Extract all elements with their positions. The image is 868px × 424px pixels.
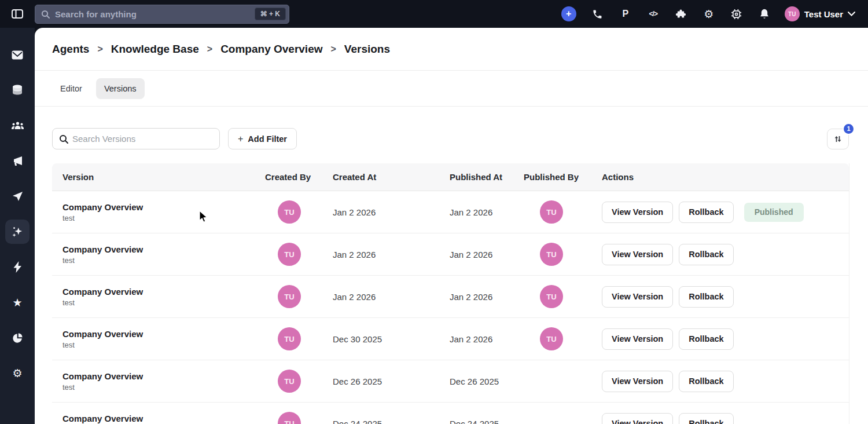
view-version-button[interactable]: View Version	[602, 413, 673, 424]
published-badge: Published	[744, 203, 804, 222]
published-by-cell: TU	[524, 285, 602, 308]
created-by-cell: TU	[265, 327, 333, 350]
breadcrumb-separator: >	[330, 44, 336, 54]
version-title: Company Overview	[62, 371, 265, 381]
global-search[interactable]: ⌘ + K	[35, 5, 289, 24]
version-subtitle: test	[62, 298, 265, 307]
search-icon	[59, 134, 69, 144]
sort-arrows-icon	[833, 134, 843, 144]
published-by-cell: TU	[524, 243, 602, 266]
tab-versions[interactable]: Versions	[96, 78, 145, 99]
sidebar-item-outbound[interactable]	[5, 184, 30, 209]
rollback-button[interactable]: Rollback	[679, 202, 733, 223]
versions-search[interactable]	[52, 128, 220, 149]
system-button[interactable]	[730, 8, 743, 20]
breadcrumb-company-overview[interactable]: Company Overview	[220, 43, 322, 56]
view-version-button[interactable]: View Version	[602, 328, 673, 350]
published-by-cell: TU	[524, 327, 602, 350]
lightning-icon	[13, 261, 22, 273]
bell-icon	[759, 9, 770, 20]
user-menu[interactable]: TU Test User	[785, 6, 855, 21]
table-row: Company Overview test TU Dec 24 2025 Dec…	[52, 403, 849, 424]
published-at-cell: Dec 26 2025	[450, 377, 524, 386]
chevron-down-icon	[848, 12, 855, 16]
version-title: Company Overview	[62, 244, 265, 254]
developer-button[interactable]: </>	[647, 8, 660, 20]
version-subtitle: test	[62, 383, 265, 392]
global-search-input[interactable]	[55, 9, 284, 19]
breadcrumb-agents[interactable]: Agents	[52, 43, 89, 56]
add-filter-button[interactable]: + Add Filter	[228, 128, 297, 149]
user-name: Test User	[804, 9, 843, 19]
version-cell: Company Overview test	[52, 244, 265, 265]
sidebar-item-team[interactable]	[5, 114, 30, 138]
sidebar-item-favorites[interactable]: ★	[5, 290, 30, 315]
published-at-cell: Jan 2 2026	[450, 292, 524, 302]
gear-icon: ⚙	[12, 368, 22, 379]
gear-icon: ⚙	[704, 8, 713, 21]
created-at-cell: Jan 2 2026	[333, 207, 450, 217]
sidebar-item-inbox[interactable]	[5, 43, 30, 67]
view-version-button[interactable]: View Version	[602, 244, 673, 265]
rollback-button[interactable]: Rollback	[679, 371, 733, 392]
rollback-button[interactable]: Rollback	[679, 286, 733, 308]
table-row: Company Overview test TU Jan 2 2026 Jan …	[52, 276, 849, 318]
column-header-published-by: Published By	[524, 172, 602, 182]
actions-cell: View Version Rollback Published	[602, 202, 849, 223]
version-cell: Company Overview test	[52, 287, 265, 307]
notifications-button[interactable]	[758, 8, 771, 20]
sidebar-item-automations[interactable]	[5, 255, 30, 279]
plus-sparkle-icon: +	[566, 9, 571, 19]
created-at-cell: Dec 26 2025	[333, 377, 450, 386]
column-header-created-by: Created By	[265, 172, 333, 182]
actions-cell: View Version Rollback	[602, 244, 849, 265]
rollback-button[interactable]: Rollback	[679, 413, 733, 424]
column-header-actions: Actions	[602, 172, 849, 182]
version-cell: Company Overview test	[52, 202, 265, 222]
actions-cell: View Version Rollback	[602, 286, 849, 308]
rollback-button[interactable]: Rollback	[679, 328, 733, 350]
table-body: Company Overview test TU Jan 2 2026 Jan …	[52, 191, 849, 424]
create-new-button[interactable]: +	[561, 6, 576, 21]
rollback-button[interactable]: Rollback	[679, 244, 733, 265]
database-icon	[12, 85, 23, 96]
breadcrumb: Agents > Knowledge Base > Company Overvi…	[35, 28, 868, 71]
settings-button[interactable]: ⚙	[703, 8, 715, 20]
view-version-button[interactable]: View Version	[602, 286, 673, 308]
sidebar-item-settings[interactable]: ⚙	[5, 361, 30, 385]
column-header-created-at: Created At	[333, 172, 450, 182]
chip-icon	[731, 9, 742, 20]
created-by-avatar: TU	[278, 327, 301, 350]
sidebar-item-ai-agents[interactable]	[5, 220, 30, 244]
created-by-cell: TU	[265, 243, 333, 266]
breadcrumb-versions[interactable]: Versions	[344, 43, 390, 56]
topbar: ⌘ + K + P </> ⚙	[0, 0, 868, 28]
tab-editor[interactable]: Editor	[52, 78, 90, 99]
created-by-avatar: TU	[278, 412, 301, 424]
version-subtitle: test	[62, 256, 265, 265]
panel-toggle-icon	[12, 9, 23, 19]
created-at-cell: Jan 2 2026	[333, 250, 450, 259]
view-version-button[interactable]: View Version	[602, 371, 673, 392]
created-at-cell: Dec 30 2025	[333, 334, 450, 344]
created-by-cell: TU	[265, 285, 333, 308]
versions-toolbar: + Add Filter 1	[52, 128, 849, 149]
sort-control: 1	[827, 129, 849, 149]
view-version-button[interactable]: View Version	[602, 202, 673, 223]
add-filter-label: Add Filter	[248, 134, 287, 144]
sidebar-item-knowledge[interactable]	[5, 78, 30, 103]
integrations-button[interactable]	[675, 8, 687, 20]
table-header: Version Created By Created At Published …	[52, 163, 849, 191]
created-at-cell: Jan 2 2026	[333, 292, 450, 302]
column-header-version: Version	[52, 172, 265, 182]
created-by-avatar: TU	[278, 243, 301, 266]
phone-button[interactable]	[591, 8, 604, 20]
p-app-button[interactable]: P	[619, 8, 632, 20]
versions-table: Version Created By Created At Published …	[52, 163, 849, 424]
versions-search-input[interactable]	[72, 134, 219, 144]
breadcrumb-knowledge-base[interactable]: Knowledge Base	[111, 43, 199, 56]
sidebar-item-campaigns[interactable]	[5, 149, 30, 173]
published-by-avatar: TU	[540, 327, 563, 350]
sidebar-toggle-button[interactable]	[0, 9, 35, 19]
sidebar-item-reports[interactable]	[5, 326, 30, 350]
